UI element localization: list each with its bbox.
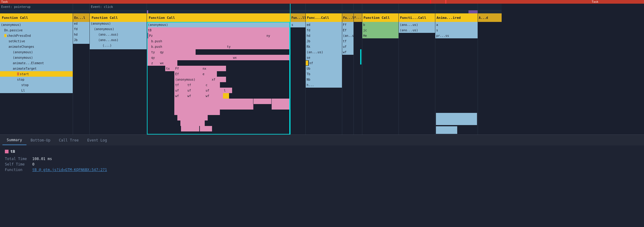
row: Jb xyxy=(306,38,342,44)
col3-event: Event: click xyxy=(90,4,147,10)
top-taskbar: Task Task xyxy=(0,0,644,4)
row: pr...ss xyxy=(435,33,478,38)
info-total-time: Total Time 108.01 ms xyxy=(5,157,639,161)
row: setActive xyxy=(0,38,73,44)
row: ed xyxy=(306,22,342,27)
col-fc9: Function Call b jc He xyxy=(362,4,399,134)
col-right-small2: F... xyxy=(354,4,362,134)
row-tx: tx Ff nx xyxy=(147,66,290,71)
self-time-label: Self Time xyxy=(5,162,32,166)
col-ad: A...d xyxy=(478,4,502,134)
row-anonymous: (anonymous) xyxy=(147,22,290,27)
row-deep5 xyxy=(147,120,290,126)
row-Pz: Pz ny xyxy=(147,33,290,38)
row: jc xyxy=(362,27,399,33)
row-wf: wf wf wf xyxy=(147,93,290,99)
row: Ff xyxy=(342,22,353,27)
col-pointerup: Event: pointerup Function Call (anonymou… xyxy=(0,4,73,134)
col1-fc-header: Function Call xyxy=(0,13,73,22)
col3-rows: (anonymous) (anonymous) (ano...ous) (ano… xyxy=(90,22,147,134)
row: ed xyxy=(73,22,89,27)
col-funccall: Func...Call ed fd hd Jb Rk (an...us) se … xyxy=(306,4,342,134)
app-root: Task Task Event: pointerup Function Call… xyxy=(0,0,644,227)
row: stop xyxy=(0,77,73,82)
row-deep6 xyxy=(147,126,290,131)
col4-rows: (anonymous) tB Pz ny b.push b.push ty xyxy=(147,22,290,134)
row: a xyxy=(435,22,478,27)
task-marker2 xyxy=(445,0,446,4)
row: hd xyxy=(306,33,342,38)
row: (ano...us) xyxy=(399,22,435,27)
row: (ano...us) xyxy=(399,27,435,33)
row-deep3 xyxy=(147,110,290,115)
row: s xyxy=(435,27,478,33)
row: b xyxy=(362,22,399,27)
flame-chart-area: Event: pointerup Function Call (anonymou… xyxy=(0,4,644,134)
row-tf: tf tf c xyxy=(147,82,290,88)
row-bpush1: b.push xyxy=(147,38,290,44)
total-time-label: Total Time xyxy=(5,157,32,161)
row: animateTarget xyxy=(0,66,73,71)
row: fd xyxy=(73,27,89,33)
row: hd xyxy=(73,33,89,38)
info-function: Function tB @ gtm.js?id=GTM-KQFN6BX:547:… xyxy=(5,168,639,172)
col2-event xyxy=(73,4,89,10)
row: (anonymous) xyxy=(0,22,73,27)
row-ty: ty qy xyxy=(147,49,290,55)
self-time-value: 0 xyxy=(32,162,34,166)
col2-fc-header: Ev...l xyxy=(73,13,89,22)
row-deep2 xyxy=(147,104,290,110)
row: (...) xyxy=(90,44,147,49)
tab-bottom-up[interactable]: Bottom-Up xyxy=(26,136,55,145)
row: wf xyxy=(342,49,353,55)
col4-fc-header: Function Call xyxy=(147,13,290,22)
row: (anonymous) xyxy=(90,27,147,33)
row: Dn.passive xyxy=(0,27,73,33)
row: se xyxy=(306,55,342,60)
row-uf: uf uf uf l xyxy=(147,88,290,93)
row: tf xyxy=(342,38,353,44)
col-right-small1: Fu...ll Ff Ef (an..s) tf uf wf xyxy=(342,4,354,134)
row-ef: Ef e xyxy=(147,71,290,77)
badge-color-swatch xyxy=(5,150,9,153)
tab-call-tree[interactable]: Call Tree xyxy=(55,136,83,145)
row: fd xyxy=(306,27,342,33)
row-anon: (anonymous) xf xyxy=(147,77,290,82)
col1-task-bar xyxy=(0,10,73,13)
row: uf xyxy=(342,44,353,49)
row: animateChanges xyxy=(0,44,73,49)
row: Tb xyxy=(306,71,342,77)
col1-rows: (anonymous) Dn.passive checkPressEnd set… xyxy=(0,22,73,134)
total-time-value: 108.01 ms xyxy=(32,157,52,161)
tab-event-log[interactable]: Event Log xyxy=(83,136,111,145)
col-funll: Fun...ll s xyxy=(291,4,306,134)
col3-fc-header: Function Call xyxy=(90,13,147,22)
col3-task xyxy=(90,10,147,13)
col4-task xyxy=(147,10,290,13)
tab-summary[interactable]: Summary xyxy=(2,135,26,145)
row: (an...us) xyxy=(306,49,342,55)
col1-event-label: Event: pointerup xyxy=(0,4,73,10)
col-animated: Anima...ired a s pr...ss xyxy=(435,4,478,134)
row: s xyxy=(291,22,305,27)
row: (anonymous) xyxy=(0,55,73,60)
row: (ano...ous) xyxy=(90,38,147,44)
col-evup-small: Ev...l ed fd hd Jb xyxy=(73,4,90,134)
row: animate...Element xyxy=(0,60,73,66)
row-z: z wx xyxy=(147,60,290,66)
function-label: Function xyxy=(5,168,32,172)
row-qy: qy wx xyxy=(147,55,290,60)
function-link[interactable]: tB @ gtm.js?id=GTM-KQFN6BX:547:271 xyxy=(32,168,107,172)
function-badge: tB xyxy=(5,149,639,154)
row: Ef xyxy=(342,27,353,33)
row: (anonymous) xyxy=(90,22,147,27)
row: nf xyxy=(306,60,342,66)
row: Ub xyxy=(306,66,342,71)
row: (an..s) xyxy=(342,33,353,38)
row: Ll xyxy=(0,88,73,93)
row: checkPressEnd xyxy=(0,33,73,38)
col-function-call-main: Function Call (anonymous) tB Pz ny b.pus… xyxy=(147,4,291,134)
col2-task xyxy=(73,10,89,13)
bottom-tabs-bar: Summary Bottom-Up Call Tree Event Log xyxy=(0,134,644,145)
row: h... xyxy=(306,82,342,88)
